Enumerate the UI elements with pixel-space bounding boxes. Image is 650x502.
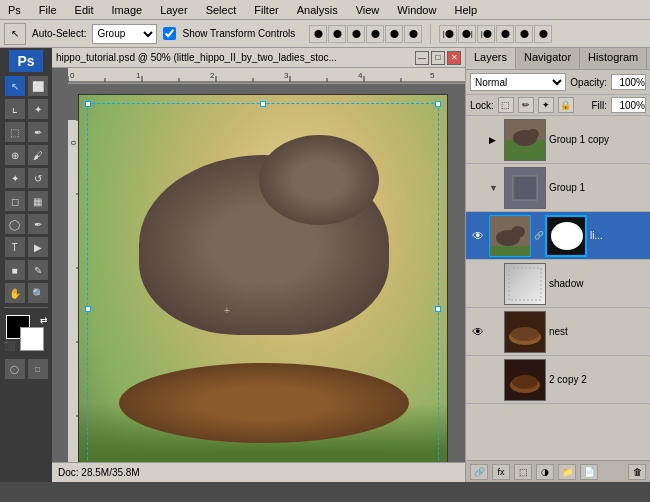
tab-layers[interactable]: Layers	[466, 48, 516, 69]
tab-navigator[interactable]: Navigator	[516, 48, 580, 69]
menu-filter[interactable]: Filter	[250, 4, 282, 16]
layer-chain-icon: 🔗	[534, 231, 542, 240]
eyedropper-tool[interactable]: ✒	[27, 121, 49, 143]
hand-tool[interactable]: ✋	[4, 282, 26, 304]
gradient-tool[interactable]: ▦	[27, 190, 49, 212]
pen-tool[interactable]: ✒	[27, 213, 49, 235]
quick-mask-btn[interactable]: ◯	[4, 358, 26, 380]
brush-tool[interactable]: 🖌	[27, 144, 49, 166]
move-tool-icon[interactable]: ↖	[4, 23, 26, 45]
document-titlebar: hippo_tutorial.psd @ 50% (little_hippo_I…	[52, 48, 465, 68]
lock-position-icon[interactable]: ✦	[538, 97, 554, 113]
layer-name-nest: nest	[549, 326, 646, 337]
new-group-button[interactable]: 📁	[558, 464, 576, 480]
lock-image-icon[interactable]: ✏	[518, 97, 534, 113]
tab-histogram[interactable]: Histogram	[580, 48, 647, 69]
new-layer-button[interactable]: 📄	[580, 464, 598, 480]
layer-shadow[interactable]: 👁 shadow	[466, 260, 650, 308]
close-button[interactable]: ✕	[447, 51, 461, 65]
distribute-right-icon[interactable]: |⬤	[477, 25, 495, 43]
svg-point-49	[511, 327, 539, 341]
align-top-icon[interactable]: ⬤	[366, 25, 384, 43]
layer-2copy2[interactable]: 👁 2 copy 2	[466, 356, 650, 404]
crop-tool[interactable]: ⬚	[4, 121, 26, 143]
align-left-icon[interactable]: ⬤	[309, 25, 327, 43]
visibility-hippo[interactable]: 👁	[470, 228, 486, 244]
layer-name-hippo: li...	[590, 230, 646, 241]
clone-tool[interactable]: ✦	[4, 167, 26, 189]
maximize-button[interactable]: □	[431, 51, 445, 65]
svg-point-44	[551, 222, 583, 250]
selection-tool[interactable]: ⬜	[27, 75, 49, 97]
layer-nest[interactable]: 👁 nest	[466, 308, 650, 356]
main-area: Ps ↖ ⬜ ʟ ✦ ⬚ ✒ ⊕ 🖌 ✦ ↺ ◻ ▦ ◯ ✒ T	[0, 48, 650, 482]
menu-window[interactable]: Window	[393, 4, 440, 16]
move-tool[interactable]: ↖	[4, 75, 26, 97]
visibility-2copy2[interactable]: 👁	[470, 372, 486, 388]
align-right-icon[interactable]: ⬤	[347, 25, 365, 43]
visibility-group1copy[interactable]: 👁	[470, 132, 486, 148]
canvas-content: 0 1 2 3 4	[68, 84, 465, 482]
layer-group1[interactable]: 👁 ▼ Group 1	[466, 164, 650, 212]
menu-analysis[interactable]: Analysis	[293, 4, 342, 16]
panel-bottom-bar: 🔗 fx ⬚ ◑ 📁 📄 🗑	[466, 460, 650, 482]
path-selection-tool[interactable]: ▶	[27, 236, 49, 258]
visibility-nest[interactable]: 👁	[470, 324, 486, 340]
opacity-input[interactable]	[611, 74, 646, 90]
magic-wand-tool[interactable]: ✦	[27, 98, 49, 120]
align-middle-icon[interactable]: ⬤	[385, 25, 403, 43]
menu-ps[interactable]: Ps	[4, 4, 25, 16]
menu-help[interactable]: Help	[450, 4, 481, 16]
dodge-tool[interactable]: ◯	[4, 213, 26, 235]
healing-tool[interactable]: ⊕	[4, 144, 26, 166]
zoom-tool[interactable]: 🔍	[27, 282, 49, 304]
svg-point-36	[527, 129, 539, 139]
auto-select-dropdown[interactable]: Group Layer	[92, 24, 157, 44]
notes-tool[interactable]: ✎	[27, 259, 49, 281]
adjustment-layer-button[interactable]: ◑	[536, 464, 554, 480]
blend-mode-select[interactable]: Normal Multiply Screen Overlay	[470, 73, 566, 91]
show-transform-checkbox[interactable]	[163, 27, 176, 40]
expand-group1[interactable]: ▼	[489, 183, 501, 193]
menu-layer[interactable]: Layer	[156, 4, 192, 16]
distribute-top-icon[interactable]: ⬤	[496, 25, 514, 43]
menu-view[interactable]: View	[352, 4, 384, 16]
distribute-bottom-icon[interactable]: ⬤	[534, 25, 552, 43]
layer-name-2copy2: 2 copy 2	[549, 374, 646, 385]
layer-group1copy[interactable]: 👁 ▶ Group 1 copy	[466, 116, 650, 164]
shape-tool[interactable]: ■	[4, 259, 26, 281]
layer-hippo[interactable]: 👁 🔗 li...	[466, 212, 650, 260]
distribute-middle-icon[interactable]: ⬤	[515, 25, 533, 43]
layer-effects-button[interactable]: fx	[492, 464, 510, 480]
distribute-left-icon[interactable]: |⬤	[439, 25, 457, 43]
history-tool[interactable]: ↺	[27, 167, 49, 189]
link-layers-button[interactable]: 🔗	[470, 464, 488, 480]
svg-text:4: 4	[358, 71, 363, 80]
layers-list: 👁 ▶ Group 1 copy 👁	[466, 116, 650, 460]
menu-file[interactable]: File	[35, 4, 61, 16]
text-tool[interactable]: T	[4, 236, 26, 258]
distribute-center-icon[interactable]: ⬤|	[458, 25, 476, 43]
expand-group1copy[interactable]: ▶	[489, 135, 501, 145]
delete-layer-button[interactable]: 🗑	[628, 464, 646, 480]
default-colors-icon[interactable]: ⬛	[4, 341, 15, 351]
fill-input[interactable]	[611, 97, 646, 113]
lock-transparent-icon[interactable]: ⬚	[498, 97, 514, 113]
visibility-group1[interactable]: 👁	[470, 180, 486, 196]
lock-label: Lock:	[470, 100, 494, 111]
add-mask-button[interactable]: ⬚	[514, 464, 532, 480]
align-bottom-icon[interactable]: ⬤	[404, 25, 422, 43]
visibility-shadow[interactable]: 👁	[470, 276, 486, 292]
swap-colors-icon[interactable]: ⇄	[40, 315, 48, 325]
minimize-button[interactable]: —	[415, 51, 429, 65]
svg-text:2: 2	[210, 71, 215, 80]
menu-select[interactable]: Select	[202, 4, 241, 16]
screen-mode-btn[interactable]: □	[27, 358, 49, 380]
background-color[interactable]	[20, 327, 44, 351]
menu-image[interactable]: Image	[108, 4, 147, 16]
eraser-tool[interactable]: ◻	[4, 190, 26, 212]
lasso-tool[interactable]: ʟ	[4, 98, 26, 120]
lock-all-icon[interactable]: 🔒	[558, 97, 574, 113]
align-center-icon[interactable]: ⬤	[328, 25, 346, 43]
menu-edit[interactable]: Edit	[71, 4, 98, 16]
